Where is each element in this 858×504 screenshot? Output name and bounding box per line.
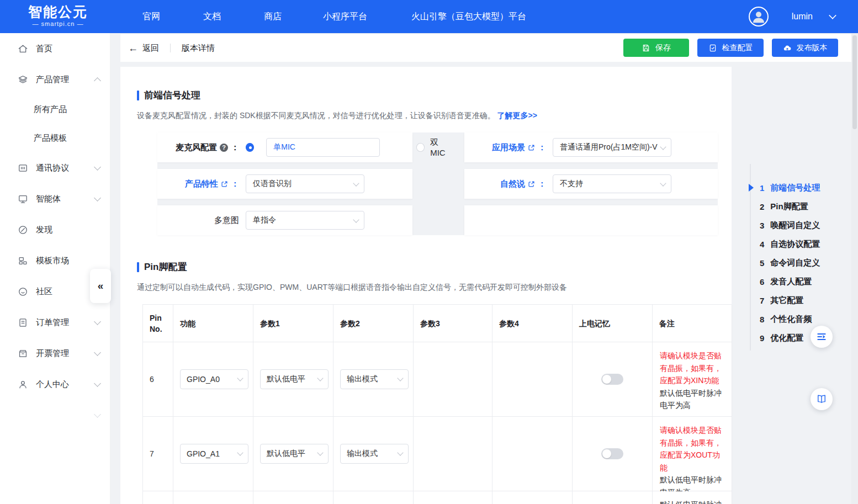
collapse-sidebar-button[interactable]: « xyxy=(90,269,111,303)
natural-speech-select[interactable]: 不支持 xyxy=(553,174,671,193)
main-panel: 前端信号处理 设备麦克风配置情况，封装的 SDK根据不同麦克风情况，对信号进行优… xyxy=(120,67,732,504)
radio-single-mic[interactable] xyxy=(246,143,254,152)
template-market-icon xyxy=(18,256,28,266)
logo-subtitle: — smartpi.cn — xyxy=(22,20,94,27)
remark-warning-text: 请确认模块是否贴有晶振，如果有，应配置为XOUT功能 xyxy=(660,424,726,474)
compass-icon xyxy=(18,225,28,235)
order-icon xyxy=(18,317,28,328)
nav-item-store[interactable]: 商店 xyxy=(264,0,282,33)
publish-version-button[interactable]: 发布版本 xyxy=(772,39,838,57)
param1-select[interactable]: 默认低电平 xyxy=(260,444,329,464)
docs-book-button[interactable] xyxy=(811,388,833,410)
external-link-icon[interactable] xyxy=(221,181,228,188)
sidebar-item-home[interactable]: 首页 xyxy=(0,33,110,64)
anchor-item-speaker[interactable]: 6发音人配置 xyxy=(760,272,846,291)
nav-item-miniprogram[interactable]: 小程序平台 xyxy=(323,0,367,33)
mic-config-card: 麦克风配置 ? ： 单MIC 双MIC xyxy=(157,132,412,162)
sidebar-item-all-products[interactable]: 所有产品 xyxy=(0,95,110,124)
sidebar-item-product-management[interactable]: 产品管理 xyxy=(0,64,110,95)
sidebar-item-label: 产品管理 xyxy=(36,75,95,85)
scene-select[interactable]: 普通话通用Pro(占1M空间)-V xyxy=(553,138,671,157)
learn-more-link[interactable]: 了解更多>> xyxy=(497,111,537,120)
nav-item-volcengine[interactable]: 火山引擎（豆包大模型）平台 xyxy=(411,0,526,33)
function-select[interactable]: GPIO_A1 xyxy=(180,444,248,464)
table-cell-param3 xyxy=(414,417,492,491)
col-header-pin-no: Pin No. xyxy=(143,305,173,342)
sidebar-item-personal-center[interactable]: 个人中心 xyxy=(0,369,110,400)
anchor-item-custom-audio[interactable]: 8个性化音频 xyxy=(760,310,846,328)
signal-config-cards: 麦克风配置 ? ： 单MIC 双MIC 应用场景 ： 普通话通 xyxy=(157,132,718,235)
external-link-icon[interactable] xyxy=(528,144,535,151)
power-memory-toggle[interactable] xyxy=(601,448,623,459)
sidebar-item-label: 个人中心 xyxy=(36,379,95,390)
user-menu[interactable]: lumin xyxy=(749,0,836,33)
table-cell-param4 xyxy=(492,342,573,417)
chevron-down-icon xyxy=(94,318,101,325)
nav-item-docs[interactable]: 文档 xyxy=(203,0,221,33)
top-navbar: 智能公元 — smartpi.cn — 官网 文档 商店 小程序平台 火山引擎（… xyxy=(0,0,858,33)
table-cell-function: GPIO_A0 xyxy=(173,342,253,417)
sidebar-item-label: 智能体 xyxy=(36,194,95,204)
anchor-item-optimization[interactable]: 9优化配置 xyxy=(760,328,846,347)
col-header-remark: 备注 xyxy=(653,305,732,342)
sidebar-item-invoice-management[interactable]: 开票管理 xyxy=(0,338,110,369)
avatar[interactable] xyxy=(749,7,769,26)
multi-intent-card: 多意图 单指令 xyxy=(157,205,412,235)
param1-select[interactable]: 默认低电平 xyxy=(260,369,329,389)
person-icon xyxy=(18,379,28,390)
user-avatar-icon xyxy=(750,8,767,25)
open-book-icon xyxy=(816,394,827,405)
anchor-item-command-words[interactable]: 5命令词自定义 xyxy=(760,253,846,272)
scrollbar-thumb[interactable] xyxy=(852,35,857,129)
sidebar-item-label: 开票管理 xyxy=(36,348,95,359)
anchor-item-wakeword[interactable]: 3唤醒词自定义 xyxy=(760,216,846,235)
back-button[interactable]: 返回 xyxy=(142,43,159,54)
sidebar-item-product-templates[interactable]: 产品模板 xyxy=(0,124,110,152)
anchor-nav: 1前端信号处理 2Pin脚配置 3唤醒词自定义 4自选协议配置 5命令词自定义 … xyxy=(746,164,846,347)
chevron-down-icon xyxy=(660,144,666,150)
function-select[interactable]: GPIO_A0 xyxy=(180,369,248,389)
power-memory-toggle[interactable] xyxy=(601,374,623,385)
external-link-icon[interactable] xyxy=(528,181,535,188)
col-header-param4: 参数4 xyxy=(492,305,573,342)
back-arrow-icon[interactable]: ← xyxy=(128,43,138,54)
scene-card: 应用场景 ： 普通话通用Pro(占1M空间)-V xyxy=(464,132,718,162)
logo[interactable]: 智能公元 — smartpi.cn — xyxy=(22,4,94,27)
anchor-item-other[interactable]: 7其它配置 xyxy=(760,291,846,310)
radio-dual-mic[interactable] xyxy=(416,143,425,152)
table-cell-param3 xyxy=(414,491,492,504)
anchor-item-signal[interactable]: 1前端信号处理 xyxy=(760,178,846,197)
catalog-toggle-button[interactable] xyxy=(811,326,833,348)
sidebar-item-label: 模板市场 xyxy=(36,256,100,266)
col-header-param2: 参数2 xyxy=(333,305,414,342)
col-header-power-memory: 上电记忆 xyxy=(573,305,653,342)
sidebar-item-extra[interactable] xyxy=(0,400,110,431)
sidebar-item-order-management[interactable]: 订单管理 xyxy=(0,307,110,338)
sidebar-item-communication-protocol[interactable]: 通讯协议 xyxy=(0,152,110,183)
help-icon[interactable]: ? xyxy=(220,144,228,152)
anchor-item-pin[interactable]: 2Pin脚配置 xyxy=(760,197,846,216)
chevron-down-icon xyxy=(237,375,243,381)
nav-item-official-site[interactable]: 官网 xyxy=(142,0,160,33)
divider xyxy=(170,44,171,52)
sidebar-item-discover[interactable]: 发现 xyxy=(0,214,110,245)
sidebar-item-agent[interactable]: 智能体 xyxy=(0,183,110,214)
table-cell-param2: 输出模式 xyxy=(333,342,414,417)
user-name: lumin xyxy=(792,12,813,22)
param2-select[interactable]: 输出模式 xyxy=(340,369,409,389)
save-button[interactable]: 保存 xyxy=(623,39,689,57)
product-feature-select[interactable]: 仅语音识别 xyxy=(246,174,364,193)
anchor-item-protocol[interactable]: 4自选协议配置 xyxy=(760,235,846,253)
multi-intent-select[interactable]: 单指令 xyxy=(246,211,364,230)
save-icon xyxy=(642,44,650,52)
chevron-down-icon[interactable] xyxy=(829,12,836,19)
sidebar-item-label: 所有产品 xyxy=(34,104,100,115)
chevron-down-icon xyxy=(237,449,243,455)
scrollbar[interactable] xyxy=(851,33,858,504)
param2-select[interactable]: 输出模式 xyxy=(340,444,409,464)
pin-section-title: Pin脚配置 xyxy=(137,261,732,273)
check-config-button[interactable]: 检查配置 xyxy=(697,39,764,57)
signal-section-desc: 设备麦克风配置情况，封装的 SDK根据不同麦克风情况，对信号进行优化处理，让设备… xyxy=(137,111,732,121)
chevron-down-icon xyxy=(94,411,101,418)
community-icon xyxy=(18,287,28,297)
